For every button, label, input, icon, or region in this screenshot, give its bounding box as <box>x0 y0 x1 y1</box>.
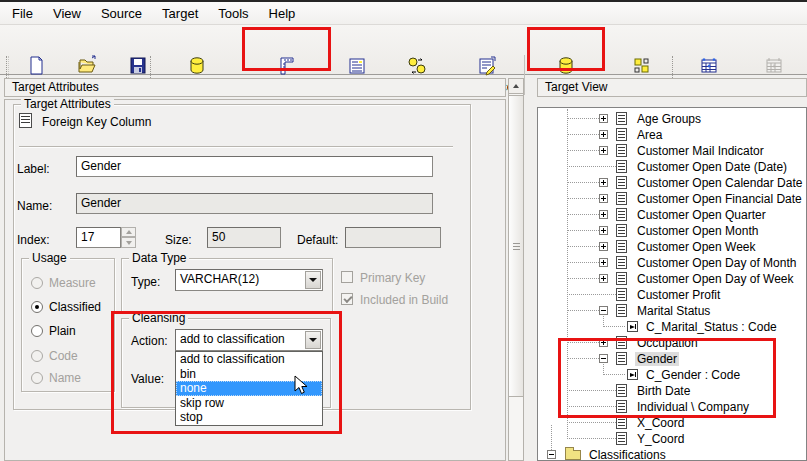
tree-item[interactable]: Customer Open Day of Month <box>538 255 806 271</box>
menu-file[interactable]: File <box>2 3 43 24</box>
expand-plus-icon[interactable] <box>599 242 608 251</box>
tree-item[interactable]: Area <box>538 127 806 143</box>
tree-item-label[interactable]: Customer Open Day of Week <box>635 272 796 286</box>
expand-plus-icon[interactable] <box>599 146 608 155</box>
dropdown-option[interactable]: stop <box>176 410 322 425</box>
tree-item-label[interactable]: Customer Open Date (Date) <box>635 160 789 174</box>
tree-item-label[interactable]: Classifications <box>587 448 668 461</box>
tree-item-label-selected[interactable]: Gender <box>635 352 679 366</box>
tree-item[interactable]: Customer Open Day of Week <box>538 271 806 287</box>
attribute-icon <box>616 240 627 253</box>
expand-plus-icon[interactable] <box>599 274 608 283</box>
radio-plain-label: Plain <box>49 324 76 338</box>
tree-item-label[interactable]: Customer Open Week <box>635 240 758 254</box>
radio-plain[interactable] <box>31 325 43 337</box>
attribute-icon <box>616 224 627 237</box>
label-input[interactable]: Gender <box>76 156 433 177</box>
index-field-caption: Index: <box>17 233 50 247</box>
dropdown-option[interactable]: add to classification <box>176 352 322 367</box>
tree-item[interactable]: Customer Open Week <box>538 239 806 255</box>
tree-item-label[interactable]: Area <box>635 128 664 142</box>
foreign-key-column-icon <box>19 113 32 128</box>
tree-item-label[interactable]: X_Coord <box>635 416 686 430</box>
menu-tools[interactable]: Tools <box>208 3 258 24</box>
menu-view[interactable]: View <box>43 3 91 24</box>
tree-item-label[interactable]: Customer Open Financial Date <box>635 192 804 206</box>
attribute-icon <box>616 304 627 317</box>
application-window: File View Source Target Tools Help New O… <box>0 0 807 461</box>
dropdown-option[interactable]: skip row <box>176 396 322 411</box>
index-spinner <box>121 227 136 248</box>
tree-item-label[interactable]: C_Gender : Code <box>644 368 742 382</box>
tree-item-label[interactable]: Occupation <box>635 336 700 350</box>
size-input: 50 <box>207 227 281 248</box>
attribute-icon <box>616 400 627 413</box>
expand-plus-icon[interactable] <box>599 226 608 235</box>
collapse-minus-icon[interactable] <box>599 306 608 315</box>
tree-item[interactable]: Birth Date <box>538 383 806 399</box>
tree-item[interactable]: Marital Status <box>538 303 806 319</box>
tree-item-label[interactable]: Birth Date <box>635 384 692 398</box>
index-input[interactable]: 17 <box>76 227 121 248</box>
tree-item[interactable]: Individual \ Company <box>538 399 806 415</box>
action-combobox-value: add to classification <box>180 332 285 346</box>
tree-item-label[interactable]: Customer Mail Indicator <box>635 144 766 158</box>
expand-plus-icon[interactable] <box>599 178 608 187</box>
menu-help[interactable]: Help <box>259 3 306 24</box>
new-document-icon <box>25 55 47 77</box>
scrollbar-up-arrow-icon[interactable] <box>508 78 524 94</box>
action-combobox[interactable]: add to classification <box>175 329 323 351</box>
type-combobox[interactable]: VARCHAR(12) <box>175 269 323 291</box>
tree-item[interactable]: Customer Open Financial Date <box>538 191 806 207</box>
menu-source[interactable]: Source <box>91 3 152 24</box>
tree-item-label[interactable]: Customer Open Quarter <box>635 208 768 222</box>
tree-item[interactable]: C_Gender : Code <box>538 367 806 383</box>
chevron-down-icon[interactable] <box>305 331 321 349</box>
tree-item[interactable]: Age Groups <box>538 111 806 127</box>
expand-plus-icon[interactable] <box>599 114 608 123</box>
expand-plus-icon[interactable] <box>599 194 608 203</box>
tree-item[interactable]: Customer Open Calendar Date <box>538 175 806 191</box>
chevron-down-icon[interactable] <box>305 271 321 289</box>
collapse-minus-icon[interactable] <box>547 450 556 459</box>
expand-plus-icon[interactable] <box>599 130 608 139</box>
primary-key-label: Primary Key <box>360 271 425 285</box>
label-field-caption: Label: <box>17 162 50 176</box>
tree-item[interactable]: Customer Open Date (Date) <box>538 159 806 175</box>
tree-item-label[interactable]: Y_Coord <box>635 432 686 446</box>
attribute-icon <box>616 144 627 157</box>
primary-key-checkbox <box>341 271 353 283</box>
tree-item-label[interactable]: Marital Status <box>635 304 712 318</box>
tree-item[interactable]: Customer Mail Indicator <box>538 143 806 159</box>
menu-target[interactable]: Target <box>152 3 208 24</box>
collapse-minus-icon[interactable] <box>599 354 608 363</box>
tree-item[interactable]: Customer Open Month <box>538 223 806 239</box>
tree-item-label[interactable]: Customer Open Day of Month <box>635 256 798 270</box>
tree-item[interactable]: Customer Open Quarter <box>538 207 806 223</box>
attribute-icon <box>616 208 627 221</box>
type-map-icon <box>406 55 428 77</box>
expand-plus-icon[interactable] <box>599 258 608 267</box>
tree-item[interactable]: Gender <box>538 351 806 367</box>
tree-item[interactable]: C_Marital_Status : Code <box>538 319 806 335</box>
tree-item[interactable]: Classifications <box>538 447 806 461</box>
mouse-cursor-icon <box>294 375 309 397</box>
tree-item-label[interactable]: Customer Profit <box>635 288 722 302</box>
tree-item-label[interactable]: Age Groups <box>635 112 703 126</box>
attribute-icon <box>616 432 627 445</box>
tree-item-label[interactable]: Individual \ Company <box>635 400 751 414</box>
right-panel-header: Target View <box>537 78 807 97</box>
expand-plus-icon[interactable] <box>599 338 608 347</box>
expand-plus-icon[interactable] <box>599 210 608 219</box>
source-database-icon <box>186 55 208 77</box>
tree-item-label[interactable]: Customer Open Month <box>635 224 760 238</box>
tree-item-label[interactable]: Customer Open Calendar Date <box>635 176 804 190</box>
attribute-icon <box>616 288 627 301</box>
tree-item[interactable]: Y_Coord <box>538 431 806 447</box>
scrollbar-thumb[interactable] <box>508 95 524 397</box>
radio-classified[interactable] <box>31 301 43 313</box>
tree-item[interactable]: Customer Profit <box>538 287 806 303</box>
tree-item[interactable]: X_Coord <box>538 415 806 431</box>
tree-item-label[interactable]: C_Marital_Status : Code <box>644 320 779 334</box>
tree-item[interactable]: Occupation <box>538 335 806 351</box>
